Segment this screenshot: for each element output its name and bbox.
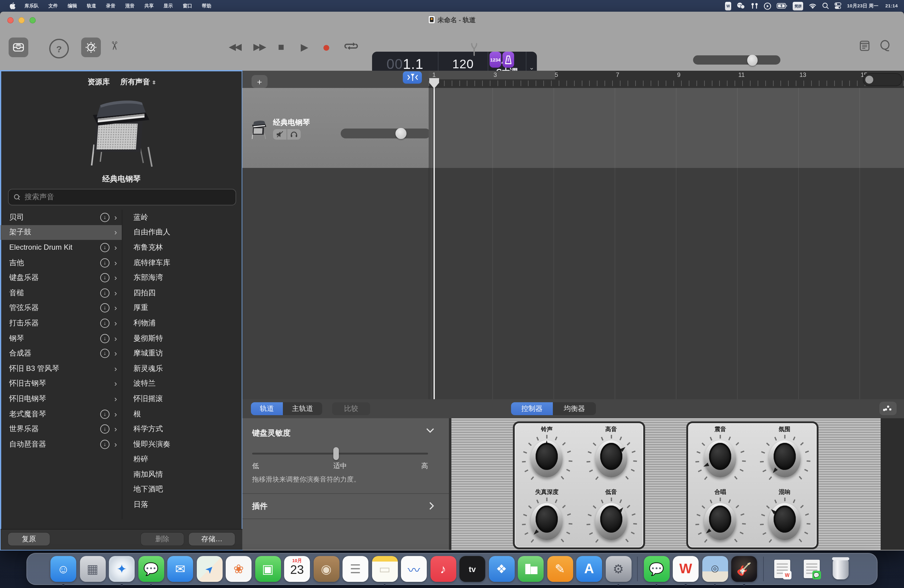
sidebar-category-item[interactable]: 怀旧 B3 管风琴› — [1, 361, 122, 376]
control-center-icon[interactable] — [835, 2, 842, 9]
menu-record[interactable]: 录音 — [101, 3, 120, 9]
dock-item-facetime[interactable]: ▣ — [255, 556, 281, 582]
horizontal-zoom-slider[interactable] — [863, 74, 902, 85]
master-volume-slider[interactable] — [693, 55, 781, 65]
download-icon[interactable]: ↓ — [100, 258, 109, 267]
sidebar-patch-item[interactable]: 怀旧摇滚 — [122, 391, 242, 406]
dock-item-pages[interactable]: ✎ — [547, 556, 573, 582]
control-knob[interactable] — [761, 434, 809, 486]
sidebar-patch-item[interactable]: 厚重 — [122, 300, 242, 316]
stop-button[interactable]: ■ — [278, 41, 284, 54]
sidebar-patch-item[interactable]: 利物浦 — [122, 316, 242, 330]
sidebar-category-item[interactable]: 架子鼓› — [1, 225, 122, 240]
download-icon[interactable]: ↓ — [100, 334, 109, 343]
download-icon[interactable]: ↓ — [100, 243, 109, 252]
download-icon[interactable]: ↓ — [100, 288, 109, 298]
sidebar-patch-item[interactable]: 南加风情 — [122, 467, 242, 482]
download-icon[interactable]: ↓ — [100, 213, 109, 222]
tab-controls[interactable]: 控制器 — [511, 402, 553, 415]
control-knob[interactable] — [587, 434, 635, 486]
menu-track[interactable]: 轨道 — [82, 3, 101, 9]
control-knob[interactable] — [523, 434, 571, 486]
sidebar-patch-item[interactable]: 地下酒吧 — [122, 482, 242, 497]
sidebar-category-item[interactable]: 音槌↓› — [1, 285, 122, 300]
menu-app-name[interactable]: 库乐队 — [20, 3, 44, 9]
tab-eq[interactable]: 均衡器 — [553, 402, 596, 415]
dock-item-minimized-doc-window[interactable]: W — [769, 556, 795, 582]
dock-item-calendar[interactable]: 10月23 — [284, 556, 310, 582]
sidebar-category-item[interactable]: 吉他↓› — [1, 255, 122, 270]
count-in-button[interactable]: 1234 — [490, 52, 501, 68]
dock-item-keynote[interactable]: ❖ — [488, 556, 514, 582]
sensitivity-knob[interactable] — [333, 447, 339, 460]
solo-headphones-button[interactable] — [287, 129, 301, 140]
notepad-button[interactable] — [860, 41, 869, 51]
dock-item-safari[interactable]: ✦ — [109, 556, 135, 582]
sidebar-patch-item[interactable]: 新灵魂乐 — [122, 361, 242, 376]
dock-item-finder[interactable]: ☺ — [51, 556, 76, 582]
smart-controls-button[interactable] — [81, 38, 101, 57]
dock-item-garageband[interactable]: 🎸 — [731, 556, 757, 582]
dock-item-app-store[interactable]: A — [576, 556, 602, 582]
search-field[interactable]: 搜索声音 — [8, 189, 236, 205]
sidebar-category-item[interactable]: 键盘乐器↓› — [1, 270, 122, 285]
airpods-status-icon[interactable] — [751, 2, 759, 9]
sidebar-category-item[interactable]: 合成器↓› — [1, 346, 122, 361]
timeline-ruler[interactable]: 13579111315 — [428, 71, 904, 89]
tab-compare[interactable]: 比较 — [332, 402, 370, 415]
wifi-status-icon[interactable] — [809, 2, 817, 9]
dock-item-trash[interactable] — [828, 556, 853, 582]
track-volume-knob[interactable] — [395, 128, 406, 139]
dock-item-maps[interactable]: ➤ — [196, 556, 222, 582]
sidebar-category-item[interactable]: 怀旧电钢琴› — [1, 391, 122, 406]
help-button[interactable]: ? — [49, 39, 69, 58]
sidebar-category-item[interactable]: Electronic Drum Kit↓› — [1, 240, 122, 255]
forward-button[interactable]: ▶▶ — [253, 41, 265, 52]
metronome-button[interactable] — [503, 52, 514, 68]
dock-item-photos[interactable]: ❀ — [226, 556, 251, 582]
master-volume-knob[interactable] — [747, 54, 758, 65]
menu-mix[interactable]: 混音 — [120, 3, 139, 9]
menu-window[interactable]: 窗口 — [178, 3, 197, 9]
patch-connections-button[interactable] — [879, 401, 897, 415]
sidebar-category-item[interactable]: 怀旧古钢琴› — [1, 376, 122, 391]
download-icon[interactable]: ↓ — [100, 409, 109, 419]
mute-button[interactable] — [273, 129, 287, 140]
loop-browser-button[interactable] — [879, 40, 890, 52]
plugins-row[interactable]: 插件 — [242, 493, 449, 519]
dock-item-launchpad[interactable]: ▦ — [80, 556, 106, 582]
sidebar-category-item[interactable]: 钢琴↓› — [1, 331, 122, 346]
menu-view[interactable]: 显示 — [159, 3, 178, 9]
dock-item-numbers[interactable]: ▊▆ — [518, 556, 544, 582]
dock-item-apple-tv[interactable]: tv — [459, 556, 485, 582]
record-button[interactable]: ● — [322, 40, 330, 55]
sidebar-category-item[interactable]: 管弦乐器↓› — [1, 300, 122, 316]
dock-item-notes[interactable]: ▭ — [372, 556, 398, 582]
cycle-loop-button[interactable] — [345, 41, 358, 51]
tab-track[interactable]: 轨道 — [251, 402, 283, 415]
control-knob[interactable] — [587, 497, 635, 548]
dock-item-messages[interactable]: 💬 — [138, 556, 164, 582]
track-volume-slider[interactable] — [341, 128, 430, 138]
dock-item-freeform[interactable]: 〰 — [401, 556, 427, 582]
menu-share[interactable]: 共享 — [139, 3, 158, 9]
sidebar-category-item[interactable]: 打击乐器↓› — [1, 316, 122, 330]
sidebar-patch-item[interactable]: 粉碎 — [122, 452, 242, 467]
menu-clock-date[interactable]: 10月23日 周一 — [847, 3, 879, 9]
sensitivity-slider[interactable] — [252, 453, 428, 455]
add-track-button[interactable]: + — [251, 75, 267, 88]
dock-item-mail[interactable]: ✉ — [167, 556, 193, 582]
apple-menu-icon[interactable] — [6, 2, 20, 9]
sidebar-patch-item[interactable]: 日落 — [122, 497, 242, 512]
play-button[interactable]: ▶ — [301, 41, 308, 53]
control-knob[interactable] — [697, 497, 744, 548]
sidebar-category-item[interactable]: 老式魔音琴↓› — [1, 406, 122, 421]
sidebar-patch-item[interactable]: 根 — [122, 406, 242, 421]
dock-item-wps-office[interactable]: W — [673, 556, 699, 582]
control-knob[interactable] — [697, 434, 744, 486]
library-toggle-button[interactable] — [9, 38, 28, 57]
zoom-knob[interactable] — [865, 76, 873, 84]
download-icon[interactable]: ↓ — [100, 439, 109, 449]
dock-item-system-settings[interactable]: ⚙ — [605, 556, 631, 582]
download-icon[interactable]: ↓ — [100, 424, 109, 434]
